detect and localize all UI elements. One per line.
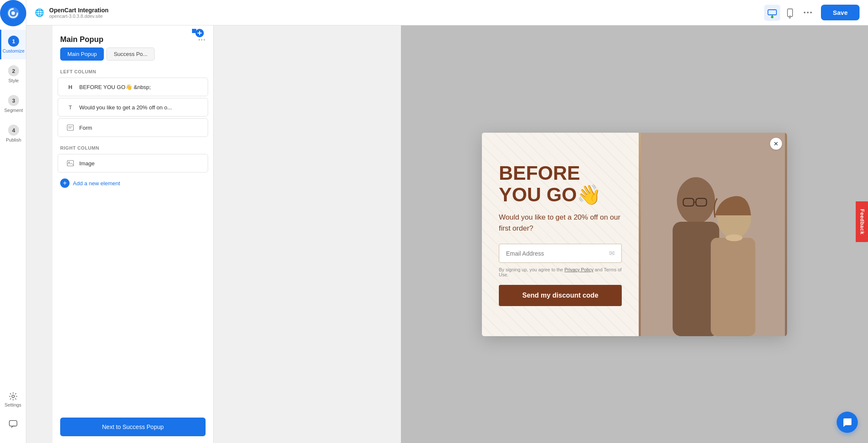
add-element-label: Add a new element [73,180,120,187]
panel-tabs: Main Popup Success Po... [53,47,213,61]
settings-label: Settings [5,402,22,407]
image-icon [66,159,75,168]
panel-add-dot[interactable] [195,29,204,37]
svg-point-18 [69,162,70,163]
element-heading-text: BEFORE YOU GO👋 &nbsp; [79,84,151,90]
add-element-icon: + [60,178,70,188]
more-options-button[interactable] [800,5,816,21]
add-element-row[interactable]: + Add a new element [53,173,213,193]
close-icon: ✕ [773,140,779,147]
popup-heading-text: BEFORE YOU GO👋 [499,162,601,206]
style-label: Style [8,78,19,83]
site-url: opencart-3.0.3.8.ddev.site [49,14,759,19]
publish-step-num: 4 [8,125,19,136]
left-column-label: LEFT COLUMN [53,66,213,77]
svg-rect-11 [9,421,17,426]
svg-rect-0 [768,10,776,15]
popup-right-panel [639,133,787,336]
settings-nav-item[interactable]: Settings [0,386,26,413]
popup-heading: BEFORE YOU GO👋 [499,162,622,205]
publish-label: Publish [6,137,21,142]
svg-point-9 [11,11,15,15]
sidebar-item-style[interactable]: 2 Style [0,59,26,89]
tab-success-popup[interactable]: Success Po... [106,47,154,61]
desktop-view-button[interactable] [764,5,780,21]
text-icon: T [66,103,75,112]
popup-cta-button[interactable]: Send my discount code [499,285,622,306]
svg-point-4 [790,15,790,16]
form-icon [66,123,75,132]
popup-email-input-wrap[interactable]: ✉ [499,244,622,263]
popup-modal: ✕ BEFORE YOU GO👋 Would you like to get a… [482,133,787,336]
style-step-num: 2 [8,65,19,76]
panel-header: Main Popup ⋯ [53,28,213,47]
editor-panel: Main Popup ⋯ Main Popup Success Po... LE… [53,25,214,443]
feedback-tab[interactable]: Feedback [856,201,868,242]
popup-close-button[interactable]: ✕ [770,138,782,150]
element-image-text: Image [79,160,95,167]
element-row-text[interactable]: T Would you like to get a 20% off on o..… [58,98,208,117]
sidebar-item-publish[interactable]: 4 Publish [0,119,26,148]
save-button[interactable]: Save [821,5,860,20]
tab-main-popup[interactable]: Main Popup [60,47,104,61]
svg-point-10 [12,395,14,398]
svg-point-6 [807,12,809,14]
sidebar: 1 Customize 2 Style 3 Segment 4 Publish … [0,0,26,443]
privacy-policy-link[interactable]: Privacy Policy [565,267,593,272]
element-row-image[interactable]: Image [58,154,208,173]
next-to-success-popup-button[interactable]: Next to Success Popup [60,418,206,436]
svg-rect-26 [711,238,755,336]
app-logo [0,0,26,26]
globe-icon: 🌐 [35,8,44,17]
svg-rect-17 [67,161,74,166]
popup-subtext: Would you like to get a 20% off on our f… [499,212,622,234]
popup-image [639,133,787,336]
element-row-heading[interactable]: H BEFORE YOU GO👋 &nbsp; [58,78,208,96]
svg-point-5 [804,12,805,14]
popup-email-field[interactable] [506,250,609,257]
segment-step-num: 3 [8,95,19,106]
popup-left-panel: BEFORE YOU GO👋 Would you like to get a 2… [482,133,639,336]
panel-header-wrap: Main Popup ⋯ [53,25,213,47]
heading-icon: H [66,82,75,92]
svg-point-7 [810,12,812,14]
popup-terms-text: By signing up, you agree to the Privacy … [499,267,622,277]
site-name: OpenCart Integration [49,7,759,14]
device-icons [764,5,816,21]
main-canvas: ✕ BEFORE YOU GO👋 Would you like to get a… [401,25,868,443]
panel-title: Main Popup [60,35,195,44]
chat-nav-item[interactable] [0,413,26,435]
topbar: 🌐 OpenCart Integration opencart-3.0.3.8.… [26,0,868,25]
element-row-form[interactable]: Form [58,118,208,137]
svg-rect-14 [67,125,74,131]
chat-bubble[interactable] [837,412,858,433]
element-form-text: Form [79,125,92,131]
customize-label: Customize [3,48,25,53]
customize-step-num: 1 [8,36,19,47]
sidebar-item-segment[interactable]: 3 Segment [0,89,26,119]
right-column-label: RIGHT COLUMN [53,142,213,153]
element-text-text: Would you like to get a 20% off on o... [79,104,172,111]
sidebar-bottom: Settings [0,386,26,443]
email-icon: ✉ [609,249,615,257]
svg-point-27 [726,234,743,241]
popup-overlay: ✕ BEFORE YOU GO👋 Would you like to get a… [401,25,868,443]
sidebar-item-customize[interactable]: 1 Customize [0,30,26,59]
segment-label: Segment [4,108,23,113]
site-info: OpenCart Integration opencart-3.0.3.8.dd… [49,7,759,19]
mobile-view-button[interactable] [782,5,798,21]
